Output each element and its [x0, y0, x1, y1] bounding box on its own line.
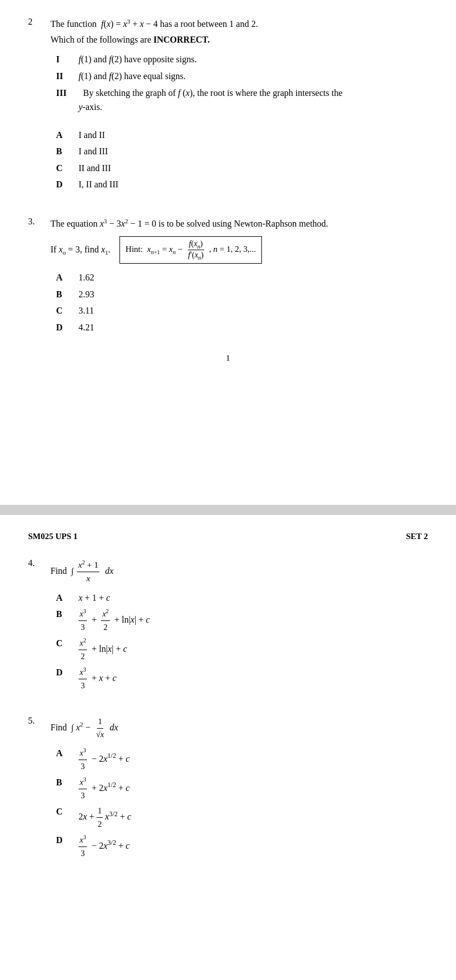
q4-answer-B: B x3 3 + x2 2 + ln|x| + c — [56, 607, 428, 634]
q5-statement: Find ∫ x2 − 1 √x dx — [50, 716, 428, 740]
hint-box: Hint: xn+1 = xn − f(xn) f′(xn) , n = 1, … — [119, 236, 262, 264]
q4-answer-C: C x2 2 + ln|x| + c — [56, 636, 428, 663]
q4-number: 4. — [28, 558, 50, 694]
q5-number: 5. — [28, 716, 50, 862]
roman-III: III By sketching the graph of f (x), the… — [56, 86, 428, 114]
q2-romans: I f(1) and f(2) have opposite signs. II … — [56, 52, 428, 114]
q5-answer-C: C 2x + 1 2 x3/2 + c — [56, 804, 428, 831]
q2-number: 2 — [28, 17, 50, 194]
q3-number: 3. — [28, 217, 50, 337]
q3-answer-D: D 4.21 — [56, 320, 428, 335]
question-5: 5. Find ∫ x2 − 1 √x dx A — [28, 716, 428, 862]
q4-answer-D: D x3 3 + x + c — [56, 665, 428, 692]
page2-header: SM025 UPS 1 SET 2 — [28, 532, 428, 541]
answer-D: D I, II and III — [56, 177, 428, 192]
header-right: SET 2 — [406, 532, 428, 541]
q3-statement: The equation x3 − 3x2 − 1 = 0 is to be s… — [50, 217, 428, 231]
q2-answers: A I and II B I and III C II and III D I,… — [56, 128, 428, 192]
answer-B: B I and III — [56, 144, 428, 159]
q3-content: The equation x3 − 3x2 − 1 = 0 is to be s… — [50, 217, 428, 337]
q3-answer-B: B 2.93 — [56, 287, 428, 302]
page-break — [0, 505, 456, 515]
answer-C: C II and III — [56, 161, 428, 176]
q4-answer-A: A x + 1 + c — [56, 591, 428, 605]
q3-answer-C: C 3.11 — [56, 303, 428, 318]
q3-answer-A: A 1.62 — [56, 270, 428, 285]
q2-content: The function f(x) = x3 + x − 4 has a roo… — [50, 17, 428, 194]
q4-answers: A x + 1 + c B x3 3 + x2 2 — [56, 591, 428, 692]
q3-hint-line: If xo = 3, find x1. Hint: xn+1 = xn − f(… — [50, 236, 428, 264]
question-3: 3. The equation x3 − 3x2 − 1 = 0 is to b… — [28, 217, 428, 337]
roman-II: II f(1) and f(2) have equal signs. — [56, 69, 428, 84]
header-left: SM025 UPS 1 — [28, 532, 77, 541]
q5-content: Find ∫ x2 − 1 √x dx A x3 3 — [50, 716, 428, 862]
page-2: SM025 UPS 1 SET 2 4. Find ∫ x2 + 1 x dx … — [0, 515, 456, 980]
page-1: 2 The function f(x) = x3 + x − 4 has a r… — [0, 0, 456, 505]
q4-statement: Find ∫ x2 + 1 x dx — [50, 558, 428, 585]
question-4: 4. Find ∫ x2 + 1 x dx A x + 1 + c — [28, 558, 428, 694]
answer-A: A I and II — [56, 128, 428, 142]
question-2: 2 The function f(x) = x3 + x − 4 has a r… — [28, 17, 428, 194]
q5-answers: A x3 3 − 2x1/2 + c B x3 3 — [56, 746, 428, 860]
roman-I: I f(1) and f(2) have opposite signs. — [56, 52, 428, 67]
q5-answer-B: B x3 3 + 2x1/2 + c — [56, 775, 428, 802]
q5-answer-A: A x3 3 − 2x1/2 + c — [56, 746, 428, 773]
q5-answer-D: D x3 3 − 2x3/2 + c — [56, 833, 428, 860]
q2-statement: The function f(x) = x3 + x − 4 has a roo… — [50, 17, 428, 47]
q4-content: Find ∫ x2 + 1 x dx A x + 1 + c B — [50, 558, 428, 694]
page-number-1: 1 — [28, 353, 428, 363]
q3-answers: A 1.62 B 2.93 C 3.11 D 4.21 — [56, 270, 428, 334]
